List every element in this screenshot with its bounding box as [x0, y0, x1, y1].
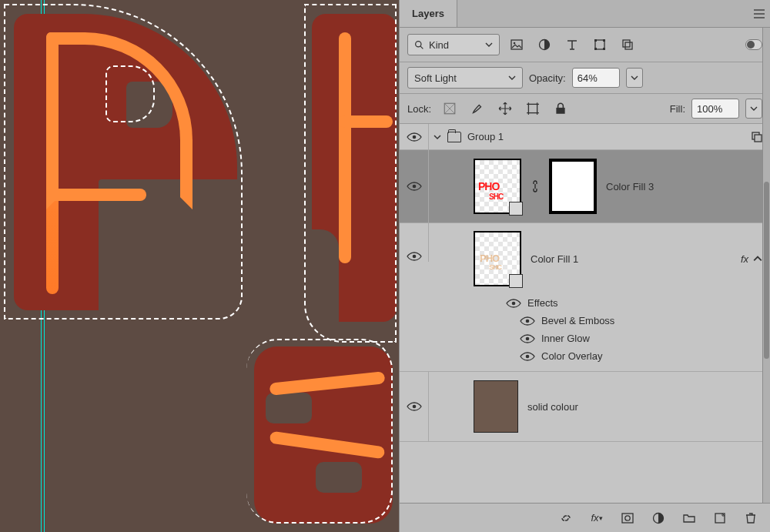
fill-value: 100% — [697, 103, 722, 115]
layer-effects-list: Effects Bevel & Emboss Inner Glow Color … — [429, 291, 770, 371]
tab-layers[interactable]: Layers — [400, 0, 457, 27]
svg-rect-13 — [556, 108, 564, 114]
svg-point-18 — [412, 255, 416, 259]
artboard-lock-icon[interactable] — [522, 99, 544, 118]
selection-marquee — [4, 4, 243, 320]
layer-mask-thumbnail[interactable] — [549, 159, 597, 214]
lock-label: Lock: — [407, 103, 431, 115]
selection-marquee — [304, 4, 397, 343]
filter-type-icon[interactable] — [561, 35, 583, 54]
layer-row[interactable]: PHO SHC Color Fill 3 — [400, 150, 770, 223]
svg-rect-24 — [622, 514, 633, 523]
filter-image-icon[interactable] — [506, 35, 527, 54]
group-icon[interactable] — [681, 509, 698, 527]
filter-shape-icon[interactable] — [589, 35, 611, 54]
fx-badge[interactable]: fx — [741, 253, 748, 265]
svg-rect-8 — [603, 48, 605, 50]
visibility-icon[interactable] — [407, 251, 422, 262]
chevron-down-icon — [631, 74, 638, 82]
link-icon[interactable] — [557, 509, 574, 527]
opacity-field[interactable]: 64% — [572, 68, 620, 88]
fill-stepper[interactable] — [745, 99, 762, 119]
filter-toggle[interactable] — [745, 39, 762, 50]
layer-name: Color Fill 1 — [531, 253, 578, 265]
visibility-icon[interactable] — [407, 181, 422, 192]
chevron-down-icon — [508, 74, 516, 82]
mask-icon[interactable] — [619, 509, 636, 527]
opacity-value: 64% — [578, 72, 598, 84]
brush-lock-icon[interactable] — [467, 99, 488, 118]
svg-point-0 — [416, 41, 421, 46]
panel-tabs: Layers — [400, 0, 770, 28]
panel-menu-icon[interactable] — [748, 5, 770, 23]
svg-point-20 — [526, 319, 530, 323]
full-lock-icon[interactable] — [550, 99, 571, 118]
effect-item[interactable]: Inner Glow — [506, 330, 770, 347]
visibility-icon[interactable] — [520, 351, 535, 362]
layer-name: Color Fill 3 — [606, 181, 654, 192]
layer-list: Group 1 PHO SHC Col — [400, 124, 770, 503]
svg-rect-9 — [623, 40, 630, 47]
shape-badge-icon — [509, 274, 523, 288]
selection-marquee — [246, 339, 393, 524]
svg-rect-5 — [594, 39, 597, 42]
effect-name: Bevel & Emboss — [541, 315, 614, 326]
filter-adjustment-icon[interactable] — [534, 35, 555, 54]
filter-smartobject-icon[interactable] — [617, 35, 638, 54]
chevron-up-icon[interactable] — [753, 254, 762, 263]
transparent-lock-icon[interactable] — [439, 99, 460, 118]
scrollbar[interactable] — [762, 28, 770, 503]
layer-row[interactable]: PHO SHC Color Fill 1 fx Effects — [400, 223, 770, 372]
trash-icon[interactable] — [742, 509, 759, 527]
layer-filter-row: Kind — [400, 28, 770, 62]
layer-name: solid colour — [527, 401, 578, 413]
svg-point-2 — [514, 42, 516, 45]
svg-point-17 — [412, 185, 416, 189]
layer-thumbnail[interactable]: PHO SHC — [474, 159, 521, 214]
move-lock-icon[interactable] — [494, 99, 516, 118]
effect-item[interactable]: Color Overlay — [506, 347, 770, 365]
scrollbar-thumb[interactable] — [764, 182, 769, 359]
svg-point-21 — [526, 336, 530, 340]
svg-rect-12 — [528, 104, 537, 112]
layers-bottom-bar: fx▾ — [400, 503, 770, 532]
fx-icon[interactable]: fx▾ — [588, 509, 605, 527]
svg-rect-10 — [625, 42, 632, 49]
mask-link-icon[interactable] — [531, 180, 540, 192]
visibility-icon[interactable] — [520, 333, 535, 344]
layer-row[interactable]: solid colour — [400, 372, 770, 442]
filter-kind-select[interactable]: Kind — [407, 34, 500, 55]
chevron-down-icon — [750, 105, 758, 112]
visibility-icon[interactable] — [407, 132, 422, 142]
shape-badge-icon — [509, 202, 523, 216]
visibility-icon[interactable] — [506, 298, 521, 309]
svg-rect-6 — [603, 39, 605, 42]
svg-rect-7 — [594, 48, 597, 50]
fill-label: Fill: — [670, 103, 685, 115]
effect-name: Inner Glow — [541, 333, 590, 344]
chevron-down-icon — [485, 41, 493, 49]
blend-mode-value: Soft Light — [414, 72, 457, 84]
visibility-icon[interactable] — [407, 401, 422, 412]
layers-panel: Layers Kind Soft Light Opacity: 64% — [399, 0, 770, 532]
folder-icon — [447, 132, 461, 142]
blend-mode-select[interactable]: Soft Light — [407, 67, 523, 89]
effect-item[interactable]: Bevel & Emboss — [506, 312, 770, 330]
svg-rect-1 — [511, 40, 522, 49]
layer-group-row[interactable]: Group 1 — [400, 124, 770, 150]
chevron-down-icon[interactable] — [434, 133, 441, 141]
visibility-icon[interactable] — [520, 316, 535, 326]
fill-field[interactable]: 100% — [691, 99, 739, 119]
opacity-stepper[interactable] — [626, 68, 643, 88]
blend-row: Soft Light Opacity: 64% — [400, 62, 770, 93]
effect-name: Color Overlay — [541, 350, 602, 362]
effects-label: Effects — [527, 297, 558, 309]
lock-row: Lock: Fill: 100% — [400, 94, 770, 123]
search-icon — [414, 40, 424, 50]
layer-thumbnail[interactable] — [474, 380, 518, 433]
new-layer-icon[interactable] — [711, 509, 728, 527]
adjustment-icon[interactable] — [650, 509, 667, 527]
layer-thumbnail[interactable]: PHO SHC — [474, 231, 521, 286]
group-name: Group 1 — [467, 131, 504, 142]
document-canvas[interactable] — [0, 0, 399, 532]
